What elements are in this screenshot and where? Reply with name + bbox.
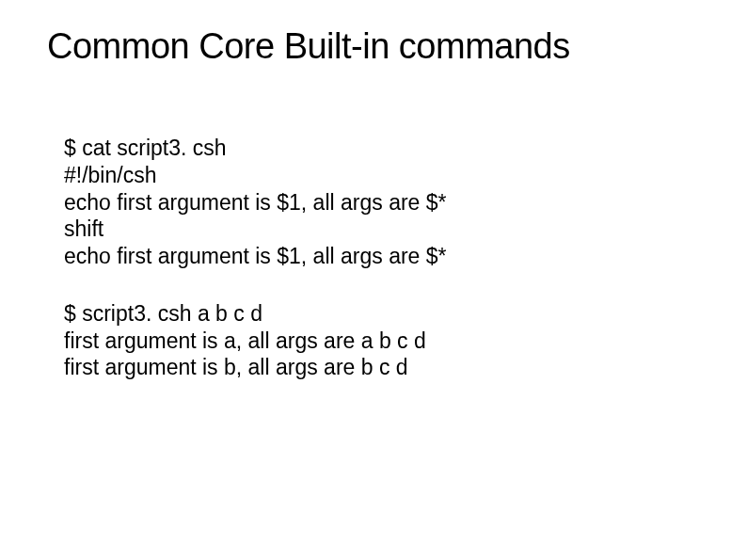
code-line: first argument is b, all args are b c d (64, 354, 700, 381)
code-block-2: $ script3. csh a b c d first argument is… (64, 300, 700, 381)
slide-title: Common Core Built-in commands (47, 26, 700, 67)
code-block-1: $ cat script3. csh #!/bin/csh echo first… (64, 135, 700, 270)
code-line: first argument is a, all args are a b c … (64, 328, 700, 355)
code-line: echo first argument is $1, all args are … (64, 243, 700, 270)
code-line: $ cat script3. csh (64, 135, 700, 162)
code-line: shift (64, 216, 700, 243)
code-line: #!/bin/csh (64, 162, 700, 189)
code-line: $ script3. csh a b c d (64, 300, 700, 328)
code-line: echo first argument is $1, all args are … (64, 189, 700, 216)
